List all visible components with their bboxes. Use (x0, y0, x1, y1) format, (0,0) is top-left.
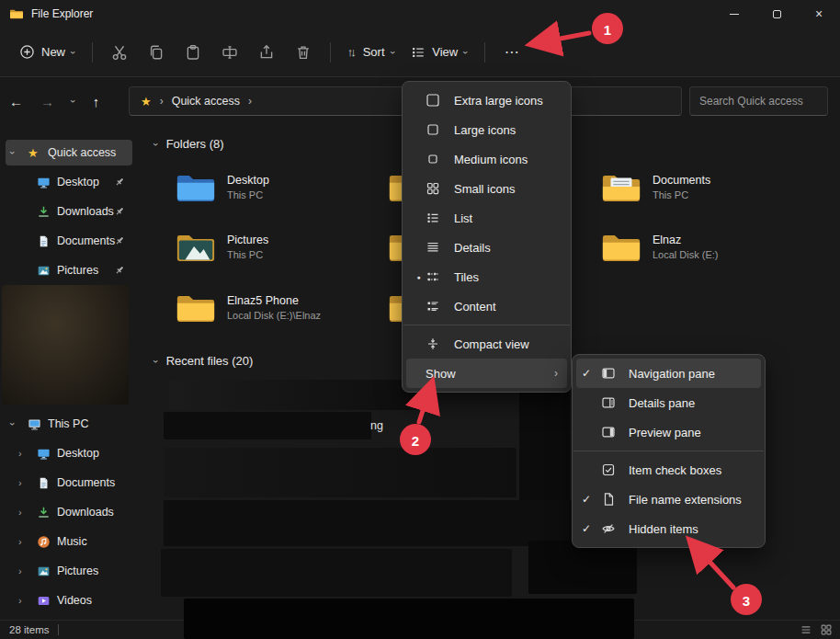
delete-button[interactable] (285, 37, 322, 68)
submenu-item-item-check-boxes[interactable]: Item check boxes (576, 455, 761, 485)
folders-section-header[interactable]: › Folders (8) (154, 137, 224, 151)
collapse-chevron-icon[interactable]: › (151, 359, 162, 363)
sidebar-item-pc-desktop[interactable]: › Desktop (0, 440, 138, 466)
sidebar-item-label: Pictures (57, 565, 98, 577)
titlebar: File Explorer × (0, 0, 840, 28)
menu-item-medium-icons[interactable]: Medium icons (406, 144, 567, 174)
menu-divider (403, 325, 570, 325)
menu-item-large-icons[interactable]: Large icons (406, 115, 567, 144)
expand-chevron-icon[interactable]: › (18, 448, 22, 459)
sidebar-item-pc-music[interactable]: › Music (0, 529, 138, 554)
rename-icon (221, 44, 238, 61)
minimize-icon (730, 14, 739, 15)
paste-button[interactable] (175, 37, 211, 68)
sidebar-item-label: Desktop (57, 176, 99, 188)
folder-tile-documents[interactable]: Documents This PC (600, 171, 807, 211)
details-view-icon (426, 240, 442, 255)
document-icon (37, 476, 51, 490)
menu-item-compact-view[interactable]: Compact view (406, 329, 567, 359)
sidebar-item-desktop[interactable]: Desktop (0, 169, 138, 195)
share-button[interactable] (248, 37, 285, 68)
sidebar-item-pc-documents[interactable]: › Documents (0, 470, 138, 496)
minimize-button[interactable] (713, 0, 755, 28)
menu-item-tiles[interactable]: ● Tiles (406, 262, 567, 291)
close-button[interactable]: × (798, 0, 840, 28)
submenu-item-file-name-extensions[interactable]: ✓ File name extensions (576, 485, 761, 514)
pin-icon (114, 265, 125, 276)
sidebar-item-label: Documents (57, 476, 115, 489)
maximize-button[interactable] (755, 0, 798, 28)
collapse-chevron-icon[interactable]: › (7, 422, 18, 426)
expand-chevron-icon[interactable]: › (18, 507, 22, 518)
sidebar-item-this-pc[interactable]: › This PC (0, 411, 138, 437)
sidebar-item-label: Pictures (57, 264, 98, 277)
menu-item-extra-large-icons[interactable]: Extra large icons (406, 86, 567, 115)
details-view-toggle-icon[interactable] (800, 623, 812, 636)
submenu-item-label: Navigation pane (629, 367, 715, 381)
more-options-button[interactable]: ⋯ (494, 37, 530, 68)
menu-item-label: Details (454, 241, 491, 255)
redacted-file-row (161, 549, 512, 597)
redacted-file-row (164, 500, 602, 546)
up-button[interactable]: ↑ (93, 94, 100, 109)
small-icons-icon (426, 181, 442, 196)
redacted-file-row (169, 380, 417, 410)
sort-button[interactable]: ↑↓ Sort › (339, 39, 403, 65)
submenu-item-navigation-pane[interactable]: ✓ Navigation pane (576, 359, 761, 388)
pin-icon (114, 177, 125, 188)
menu-item-label: Medium icons (454, 153, 528, 166)
sidebar-item-pc-videos[interactable]: › Videos (0, 588, 138, 613)
sidebar-item-quick-access[interactable]: › ★ Quick access (0, 140, 138, 165)
menu-item-details[interactable]: Details (406, 233, 567, 262)
expand-chevron-icon[interactable]: › (18, 595, 22, 606)
sidebar-item-pictures[interactable]: Pictures (0, 257, 138, 283)
forward-button[interactable]: → (40, 94, 54, 109)
sort-icon: ↑↓ (347, 45, 357, 59)
menu-item-show[interactable]: Show › (406, 359, 567, 388)
sidebar-item-downloads[interactable]: Downloads (0, 199, 138, 224)
rename-button[interactable] (211, 37, 248, 68)
sidebar-item-documents[interactable]: Documents (0, 228, 138, 254)
collapse-chevron-icon[interactable]: › (7, 151, 18, 154)
folder-tile-pictures[interactable]: Pictures This PC (175, 231, 381, 271)
chevron-right-icon: › (160, 95, 164, 108)
folder-tile-elnaz[interactable]: Elnaz Local Disk (E:) (600, 231, 807, 271)
details-pane-icon (601, 395, 617, 410)
cut-button[interactable] (101, 37, 138, 68)
toolbar-divider (484, 42, 485, 63)
submenu-item-details-pane[interactable]: Details pane (576, 388, 761, 417)
folder-tile-desktop[interactable]: Desktop This PC (175, 171, 381, 211)
file-explorer-icon (9, 8, 24, 20)
breadcrumb-item-quick-access[interactable]: Quick access (172, 95, 240, 108)
expand-chevron-icon[interactable]: › (18, 536, 22, 547)
submenu-item-preview-pane[interactable]: Preview pane (576, 417, 761, 447)
menu-item-label: Small icons (454, 182, 515, 196)
copy-button[interactable] (138, 37, 175, 68)
recent-locations-button[interactable]: › (68, 99, 79, 103)
submenu-item-hidden-items[interactable]: ✓ Hidden items (576, 514, 761, 543)
view-icon (411, 45, 426, 60)
redacted-file-row (528, 541, 637, 594)
menu-item-small-icons[interactable]: Small icons (406, 174, 567, 203)
thumbnail-view-toggle-icon[interactable] (820, 623, 833, 636)
recent-files-section-header[interactable]: › Recent files (20) (154, 354, 253, 368)
menu-item-content[interactable]: Content (406, 291, 567, 321)
view-button[interactable]: View › (403, 39, 476, 66)
folder-name: Pictures (227, 234, 268, 246)
folder-tile-elnaz5-phone[interactable]: Elnaz5 Phone Local Disk (E:)\Elnaz (175, 291, 381, 332)
sidebar-item-pc-pictures[interactable]: › Pictures (0, 558, 138, 584)
music-icon (37, 535, 51, 549)
pin-icon (114, 235, 125, 246)
submenu-item-label: Details pane (629, 396, 695, 410)
expand-chevron-icon[interactable]: › (18, 565, 22, 576)
search-input[interactable]: Search Quick access (689, 86, 828, 116)
new-button[interactable]: New › (11, 38, 84, 66)
back-button[interactable]: ← (9, 94, 23, 109)
menu-item-label: Extra large icons (454, 94, 543, 108)
folder-name: Documents (653, 174, 710, 187)
collapse-chevron-icon[interactable]: › (151, 143, 162, 146)
sidebar-item-pc-downloads[interactable]: › Downloads (0, 499, 138, 525)
menu-item-list[interactable]: List (406, 203, 567, 233)
expand-chevron-icon[interactable]: › (18, 477, 22, 488)
close-icon: × (815, 6, 823, 21)
